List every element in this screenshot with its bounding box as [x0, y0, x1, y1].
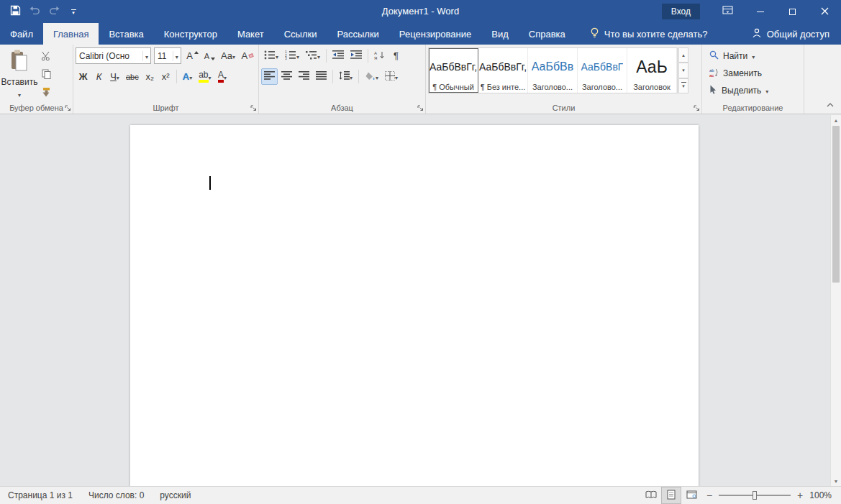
borders-button[interactable]: [382, 68, 401, 85]
align-left-button[interactable]: [261, 68, 278, 85]
close-icon: [821, 5, 829, 18]
clear-formatting-button[interactable]: А: [238, 47, 256, 64]
numbering-button[interactable]: "123: [282, 47, 302, 64]
font-dialog-launcher[interactable]: [250, 104, 257, 111]
tab-home[interactable]: Главная: [43, 23, 99, 45]
superscript-button[interactable]: x²: [158, 68, 173, 85]
align-center-button[interactable]: [278, 68, 295, 85]
minimize-button[interactable]: [744, 0, 776, 23]
scroll-down-icon[interactable]: ▼: [831, 476, 841, 486]
language-indicator[interactable]: русский: [152, 490, 199, 500]
align-right-button[interactable]: [296, 68, 312, 85]
styles-more-button[interactable]: [678, 78, 688, 93]
tab-mailings[interactable]: Рассылки: [327, 23, 388, 45]
justify-button[interactable]: [313, 68, 329, 85]
tab-review[interactable]: Рецензирование: [389, 23, 481, 45]
style-item-heading1[interactable]: АаБбВв Заголово...: [528, 48, 578, 93]
scroll-up-icon[interactable]: ▲: [831, 115, 841, 125]
shading-button[interactable]: [362, 68, 381, 85]
customize-qat-button[interactable]: [65, 3, 82, 20]
format-painter-button[interactable]: [37, 85, 55, 101]
document-page[interactable]: [130, 125, 699, 486]
redo-button[interactable]: [45, 3, 63, 20]
increase-indent-button[interactable]: [347, 47, 365, 64]
style-item-no-spacing[interactable]: АаБбВвГг, ¶ Без инте...: [478, 48, 528, 93]
multilevel-list-button[interactable]: [303, 47, 323, 64]
page-indicator[interactable]: Страница 1 из 1: [0, 490, 81, 500]
cut-button[interactable]: [37, 49, 55, 65]
zoom-thumb[interactable]: [753, 491, 757, 500]
underline-letter: Ч: [110, 71, 117, 82]
paragraph-dialog-launcher[interactable]: [417, 104, 424, 111]
highlight-button[interactable]: ab: [196, 68, 214, 85]
styles-dialog-launcher[interactable]: [693, 104, 700, 111]
style-item-heading2[interactable]: АаБбВвГ Заголово...: [578, 48, 627, 93]
paste-button[interactable]: Вставить: [2, 47, 37, 102]
style-item-normal[interactable]: АаБбВвГг, ¶ Обычный: [429, 48, 478, 93]
sort-button[interactable]: АЯ: [371, 47, 388, 64]
change-case-button[interactable]: Аа: [219, 47, 238, 64]
text-effects-button[interactable]: А: [180, 68, 195, 85]
web-layout-button[interactable]: [681, 487, 701, 504]
bullets-button[interactable]: [261, 47, 281, 64]
zoom-out-button[interactable]: −: [701, 487, 717, 504]
select-button[interactable]: Выделить: [709, 83, 801, 98]
tab-help[interactable]: Справка: [519, 23, 576, 45]
shrink-font-button[interactable]: А: [201, 47, 217, 64]
styles-scroll-down-button[interactable]: [678, 63, 688, 78]
subscript-button[interactable]: x₂: [142, 68, 158, 85]
customize-qat-icon: [68, 9, 78, 14]
italic-button[interactable]: К: [91, 68, 106, 85]
dialog-launcher-icon: [694, 101, 700, 114]
save-icon: [10, 5, 21, 19]
underline-button[interactable]: Ч: [107, 68, 122, 85]
copy-button[interactable]: [37, 67, 55, 83]
undo-button[interactable]: [26, 3, 43, 20]
tab-view[interactable]: Вид: [481, 23, 519, 45]
maximize-button[interactable]: [776, 0, 809, 23]
font-color-button[interactable]: А: [215, 68, 230, 85]
sign-in-button[interactable]: Вход: [662, 4, 700, 19]
styles-group: АаБбВвГг, ¶ Обычный АаБбВвГг, ¶ Без инте…: [426, 45, 702, 114]
tab-design[interactable]: Конструктор: [154, 23, 227, 45]
grow-font-button[interactable]: А: [184, 47, 201, 64]
redo-icon: [49, 5, 60, 18]
chevron-down-icon: [209, 71, 212, 82]
share-button[interactable]: Общий доступ: [752, 23, 841, 45]
strikethrough-button[interactable]: abc: [123, 68, 142, 85]
clipboard-group: Вставить Буфер обмена: [0, 45, 73, 114]
zoom-slider[interactable]: [719, 487, 791, 504]
bold-button[interactable]: Ж: [76, 68, 91, 85]
save-button[interactable]: [6, 3, 24, 20]
style-preview: АаБбВвГг,: [429, 51, 477, 83]
word-count[interactable]: Число слов: 0: [81, 490, 152, 500]
share-label: Общий доступ: [767, 29, 829, 40]
vertical-scrollbar[interactable]: ▲ ▼: [830, 115, 841, 486]
font-size-combobox[interactable]: 11: [154, 47, 181, 64]
tab-references[interactable]: Ссылки: [274, 23, 327, 45]
zoom-level[interactable]: 100%: [808, 490, 841, 500]
collapse-ribbon-button[interactable]: [827, 97, 834, 110]
styles-scroll-up-button[interactable]: [678, 47, 688, 63]
line-spacing-button[interactable]: [336, 68, 355, 85]
show-formatting-marks-button[interactable]: ¶: [388, 47, 404, 64]
decrease-indent-button[interactable]: [329, 47, 347, 64]
ribbon-display-options-button[interactable]: [712, 0, 744, 23]
tab-insert[interactable]: Вставка: [99, 23, 153, 45]
font-name-combobox[interactable]: Calibri (Осно: [76, 47, 151, 64]
tab-layout[interactable]: Макет: [227, 23, 274, 45]
close-button[interactable]: [809, 0, 841, 23]
find-button[interactable]: Найти: [709, 49, 801, 63]
style-item-title[interactable]: АаЬ Заголовок: [627, 48, 677, 93]
scrollbar-thumb[interactable]: [832, 126, 840, 283]
print-layout-button[interactable]: [661, 487, 681, 504]
zoom-in-button[interactable]: +: [792, 487, 808, 504]
clipboard-dialog-launcher[interactable]: [64, 104, 71, 111]
editing-group: Найти abac Заменить Выделить Редактирова…: [702, 45, 804, 114]
replace-button[interactable]: abac Заменить: [709, 66, 801, 81]
quick-access-toolbar: [0, 3, 82, 20]
tab-file[interactable]: Файл: [0, 23, 43, 45]
tell-me-box[interactable]: Что вы хотите сделать?: [590, 23, 708, 45]
read-mode-button[interactable]: [641, 487, 661, 504]
web-layout-icon: [686, 490, 697, 501]
